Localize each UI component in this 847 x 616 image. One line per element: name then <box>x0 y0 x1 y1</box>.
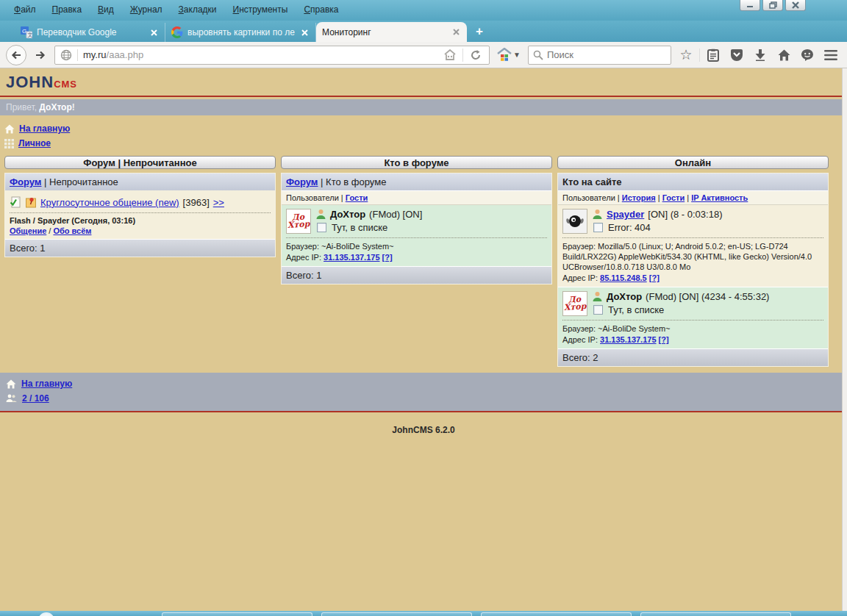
footer-home-link[interactable]: На главную <box>21 379 72 389</box>
spayder-avatar-image <box>563 209 587 233</box>
user-icon <box>592 291 603 302</box>
bookmark-star-button[interactable]: ☆ <box>676 46 696 65</box>
link-forum[interactable]: Форум <box>286 176 318 187</box>
ip-help-link[interactable]: [?] <box>382 253 393 262</box>
ip-link[interactable]: 31.135.137.175 <box>324 253 379 262</box>
panel-title: Форум | Непрочитанное <box>4 156 276 169</box>
library-button[interactable] <box>703 46 723 65</box>
panel-who-in-forum: Кто в форуме Форум | Кто в форуме Пользо… <box>281 156 552 284</box>
tab-close-icon[interactable] <box>451 27 461 37</box>
navigation-toolbar: my.ru/aaa.php ▼ ☆ <box>0 42 847 68</box>
user-card: До Хтор ДоХтор (FMod) [ON] (4234 - 4:55:… <box>558 287 828 348</box>
house-dots-icon <box>444 49 456 60</box>
page-content: JOHNCMS Привет, ДоХтор! На главную Лично… <box>0 68 847 611</box>
minimize-button[interactable] <box>740 0 760 11</box>
menu-button[interactable] <box>821 46 841 65</box>
filter-ip-activity-link[interactable]: IP Активность <box>691 193 748 202</box>
downloads-button[interactable] <box>750 46 771 65</box>
forward-button[interactable] <box>31 46 50 65</box>
menu-help[interactable]: Справка <box>297 3 345 16</box>
user-checkbox[interactable] <box>317 223 326 232</box>
tab-close-icon[interactable] <box>149 27 159 37</box>
site-logo: JOHNCMS <box>0 68 847 97</box>
url-text[interactable]: my.ru/aaa.php <box>78 49 440 60</box>
download-icon <box>755 49 765 61</box>
taskbar-item[interactable] <box>321 612 472 616</box>
svg-text:文: 文 <box>28 32 33 38</box>
user-browser: ~Ai-BoliDe System~ <box>598 324 670 333</box>
scrollbar-track[interactable] <box>842 68 847 611</box>
ip-link[interactable]: 31.135.137.175 <box>600 335 656 344</box>
menu-edit[interactable]: Правка <box>46 3 89 16</box>
breadcrumb: Форум | Кто в форуме <box>282 173 551 190</box>
user-name-link[interactable]: Spayder <box>607 209 644 220</box>
tab-close-icon[interactable] <box>299 27 310 37</box>
topic-more-link[interactable]: >> <box>213 197 224 208</box>
topic-count: [3963] <box>183 197 210 208</box>
chevron-down-icon[interactable]: ▼ <box>513 51 521 59</box>
link-home[interactable]: На главную <box>19 123 70 134</box>
tab-monitoring[interactable]: Мониторинг <box>316 22 467 42</box>
logo-cms: CMS <box>54 79 77 90</box>
home-button[interactable] <box>773 46 794 65</box>
taskbar-item[interactable] <box>162 612 312 616</box>
link-forum[interactable]: Форум <box>10 176 41 187</box>
close-button[interactable] <box>785 0 806 11</box>
url-bar[interactable]: my.ru/aaa.php <box>54 46 490 65</box>
tab-google-translate[interactable]: G文 Переводчик Google <box>15 23 165 42</box>
back-button[interactable] <box>6 45 26 65</box>
user-checkbox[interactable] <box>593 223 603 232</box>
filter-history-link[interactable]: История <box>622 193 656 202</box>
tab-google-search[interactable]: выровнять картинки по ле... <box>165 23 316 42</box>
logo-john: JOHN <box>6 73 54 91</box>
ip-link[interactable]: 85.115.248.5 <box>600 273 647 282</box>
hello-button[interactable] <box>797 46 818 65</box>
new-tab-button[interactable]: + <box>467 24 492 42</box>
home-icon <box>778 49 790 61</box>
hamburger-icon <box>824 50 837 60</box>
new-topic-pin-icon <box>25 196 37 208</box>
search-icon <box>533 50 543 60</box>
save-to-home-button[interactable] <box>440 46 460 65</box>
user-checkbox[interactable] <box>593 305 603 315</box>
pocket-button[interactable] <box>726 46 747 65</box>
menu-tools[interactable]: Инструменты <box>226 3 295 16</box>
site-identity[interactable] <box>55 49 78 61</box>
filter-bar: Пользователи | Гости <box>282 190 551 205</box>
filter-guests-link[interactable]: Гости <box>662 193 685 202</box>
topic-link[interactable]: Круглосуточное общение (new) <box>40 197 179 208</box>
menu-file[interactable]: Файл <box>7 3 43 16</box>
link-personal[interactable]: Личное <box>18 138 51 148</box>
taskbar-item[interactable] <box>640 612 791 616</box>
ip-help-link[interactable]: [?] <box>649 273 660 282</box>
menu-history[interactable]: Журнал <box>124 3 169 16</box>
site-footer: На главную 2 / 106 <box>0 373 842 412</box>
panel-title: Кто в форуме <box>281 156 552 169</box>
taskbar-item[interactable] <box>481 612 632 616</box>
os-taskbar <box>0 611 847 616</box>
panel-total: Всего: 2 <box>558 348 828 366</box>
quick-links: На главную Личное <box>0 115 847 152</box>
start-button[interactable] <box>38 612 54 616</box>
search-box[interactable] <box>528 46 671 65</box>
menu-bookmarks[interactable]: Закладки <box>172 3 224 16</box>
menu-view[interactable]: Вид <box>91 3 121 16</box>
smiley-icon <box>801 49 814 61</box>
search-input[interactable] <box>547 49 657 60</box>
filter-guests-link[interactable]: Гости <box>346 193 368 202</box>
breadcrumb: Кто на сайте <box>558 173 828 190</box>
filter-users: Пользователи <box>562 193 615 202</box>
clipboard-icon <box>707 49 719 62</box>
reload-button[interactable] <box>466 46 485 65</box>
panel-total: Всего: 1 <box>282 266 551 284</box>
minimize-icon <box>746 2 754 8</box>
ip-help-link[interactable]: [?] <box>659 335 669 344</box>
category-link[interactable]: Обо всём <box>53 226 91 235</box>
restore-icon <box>769 1 777 9</box>
category-link[interactable]: Общение <box>10 226 46 235</box>
footer-online-counter-link[interactable]: 2 / 106 <box>22 393 49 404</box>
restore-button[interactable] <box>762 0 783 11</box>
filter-bar: Пользователи | История | Гости | IP Акти… <box>558 190 828 205</box>
speed-dial-button[interactable]: ▼ <box>494 48 523 62</box>
window-titlebar: Файл Правка Вид Журнал Закладки Инструме… <box>0 0 847 21</box>
